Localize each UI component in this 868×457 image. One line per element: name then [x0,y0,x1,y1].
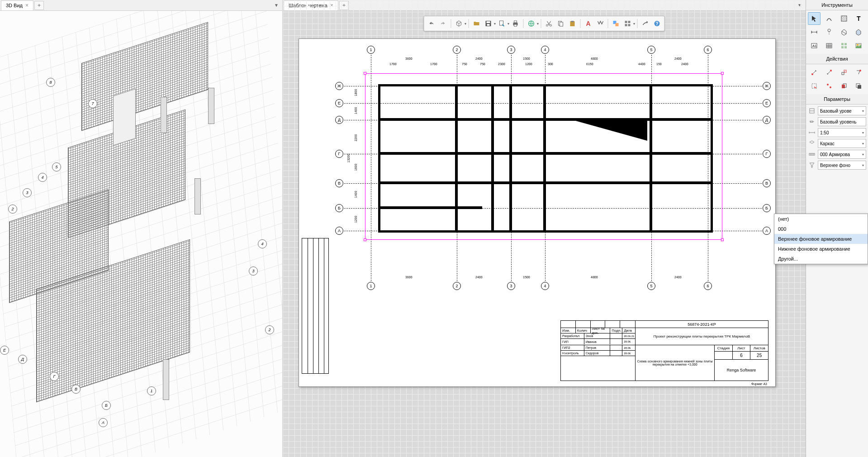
open-button[interactable] [471,18,482,29]
svg-point-8 [546,24,548,26]
level-name-field[interactable]: Базовый уровень [818,117,866,126]
redo-button[interactable] [438,18,449,29]
table-tool[interactable] [823,39,835,52]
svg-point-41 [830,86,831,88]
copy-button[interactable] [555,18,566,29]
svg-rect-19 [628,24,631,26]
svg-text:?: ? [655,21,658,26]
svg-rect-27 [826,43,832,48]
svg-rect-5 [514,21,517,23]
tools-panel-header: Инструменты [806,0,868,10]
svg-rect-15 [616,23,619,26]
svg-point-35 [830,70,832,71]
dd-item-bottom-bg[interactable]: Нижнее фоновое армирование [774,244,868,254]
svg-point-38 [859,70,861,71]
svg-point-33 [857,44,859,46]
drawing-title: Схема основного армирования нижней зоны … [636,345,715,381]
add-tab-button[interactable]: + [34,1,44,10]
export-button[interactable] [497,18,508,29]
hatch-button[interactable] [595,18,606,29]
undo-button[interactable] [426,18,437,29]
select-tool[interactable] [808,12,821,25]
replicate-button[interactable] [622,18,633,29]
viewport-3d[interactable]: 8 7 4 3 2 5 4 3 2 1 Е Д Г В Б А [0,11,282,457]
svg-rect-31 [844,46,847,48]
line-tool[interactable] [823,12,835,25]
text-style-button[interactable]: A [583,18,594,29]
copy-red-action[interactable] [838,80,850,92]
svg-rect-36 [842,72,844,75]
frame-icon [808,139,816,148]
box-button[interactable] [454,18,465,29]
actions-grid [806,64,868,94]
dd-item-000[interactable]: 000 [774,224,868,234]
svg-point-34 [811,73,813,75]
move-start-action[interactable] [808,66,821,79]
svg-rect-2 [487,24,490,26]
close-icon[interactable]: × [25,2,28,9]
params-panel-header: Параметры [806,94,868,105]
tab-3d-view[interactable]: 3D Вид × [1,0,33,10]
view-tool[interactable] [852,26,865,38]
main-toolbar: ▾ ▾ ▾ ▾ A ▾ ? [424,16,665,31]
scale-icon [808,129,816,137]
company: Renga Software [715,360,768,381]
svg-text:A1: A1 [812,44,817,48]
filter-icon [808,161,816,169]
selection-rect[interactable] [365,73,722,240]
hatch-tool[interactable] [838,12,850,25]
svg-rect-1 [487,21,490,23]
dd-item-top-bg[interactable]: Верхнее фоновое армирование [774,234,868,244]
actions-panel-header: Действия [806,54,868,64]
format-label: Формат A3 [751,382,767,386]
scale-action[interactable] [838,66,850,79]
image-tool[interactable] [852,39,865,52]
point-action[interactable] [823,80,835,92]
help-button[interactable]: ? [652,18,663,29]
svg-rect-45 [858,85,861,89]
cut-button[interactable] [544,18,555,29]
svg-point-9 [550,24,552,26]
layer-button[interactable] [611,18,621,29]
svg-rect-29 [844,43,847,45]
svg-rect-11 [560,22,563,26]
select-rect-action[interactable] [808,80,821,92]
svg-rect-16 [625,21,627,23]
svg-rect-17 [628,21,631,23]
print-button[interactable] [510,18,521,29]
dd-item-none[interactable]: (нет) [774,214,868,224]
tab-label: 3D Вид [6,3,23,8]
svg-rect-18 [625,24,627,26]
frame-select[interactable]: Каркас▾ [818,139,866,148]
text-icon: ✏ [808,118,816,126]
drawing-sheet: 1 2 3 4 5 6 1 2 3 4 5 6 Ж Е Д Г [299,38,776,387]
dimension-tool[interactable] [808,26,821,38]
tab-dropdown-icon[interactable]: ▼ [272,2,280,9]
snap-action[interactable] [852,66,865,79]
legend-tool[interactable]: A1 [808,39,821,52]
filter-dropdown-menu: (нет) 000 Верхнее фоновое армирование Ни… [774,214,868,264]
svg-point-24 [828,29,830,32]
level-select[interactable]: Базовый урове▾ [818,106,866,115]
move-end-action[interactable] [823,66,835,79]
scale-select[interactable]: 1:50▾ [818,128,866,137]
project-title: Проект реконструкции плиты перекрытия ТР… [636,328,768,345]
left-tab-bar: 3D Вид × + ▼ [0,0,282,11]
paste-button[interactable] [567,18,578,29]
save-button[interactable] [483,18,494,29]
tools-grid: T A1 [806,10,868,54]
grid-tool[interactable] [838,39,850,52]
settings-button[interactable] [640,18,651,29]
dd-item-other[interactable]: Другой... [774,254,868,264]
section-tool[interactable] [838,26,850,38]
reinforcement-select[interactable]: 000 Армирова▾ [818,150,866,159]
svg-rect-13 [571,21,574,22]
side-strip [302,238,329,374]
bring-front-action[interactable] [852,80,865,92]
svg-rect-6 [514,24,517,26]
filter-select[interactable]: Верхнее фоно▾ [818,161,866,170]
globe-button[interactable] [526,18,537,29]
axis-tool[interactable] [823,26,835,38]
plan-view[interactable]: 1 2 3 4 5 6 1 2 3 4 5 6 Ж Е Д Г [340,48,766,288]
text-tool[interactable]: T [852,12,865,25]
